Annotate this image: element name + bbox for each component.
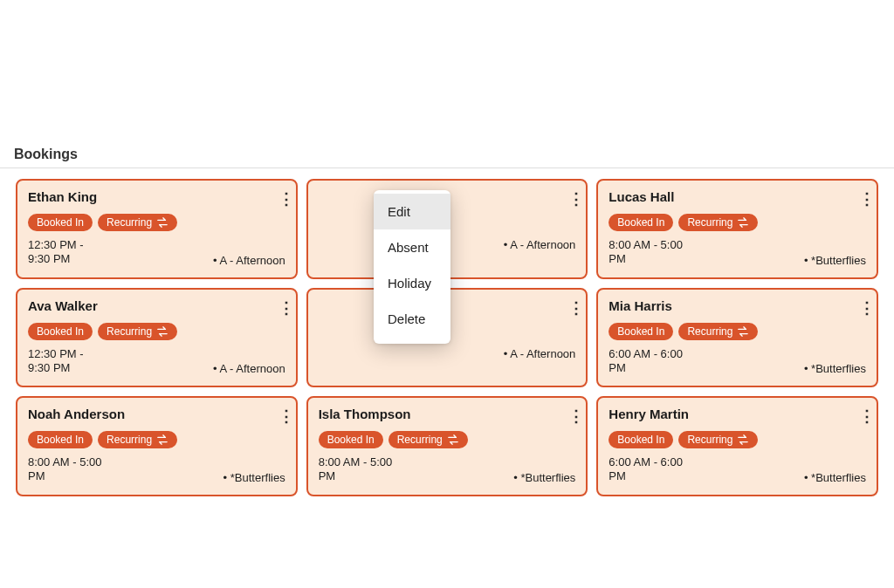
booking-time: 8:00 AM - 5:00 PM [28,455,107,484]
booking-room: A - Afternoon [504,347,576,360]
more-vert-icon [568,300,572,316]
more-button[interactable] [275,298,285,318]
booked-in-badge[interactable]: Booked In [609,431,673,448]
booked-in-badge[interactable]: Booked In [319,431,383,448]
more-vert-icon [568,408,572,424]
menu-item-delete[interactable]: Delete [374,301,450,337]
booking-name: Henry Martin [609,407,689,421]
booking-room: *Butterflies [513,471,575,484]
booking-time: 6:00 AM - 6:00 PM [609,347,687,376]
booking-card: Ethan King Booked In Recurring 12:30 PM … [16,179,298,279]
more-vert-icon [859,408,863,424]
booking-name: Noah Anderson [28,407,125,421]
more-button[interactable] [565,407,575,426]
badge-label: Recurring [107,216,152,229]
badge-label: Recurring [397,434,443,446]
more-button[interactable] [565,189,575,209]
booking-name: Lucas Hall [609,189,674,204]
booking-room: *Butterflies [804,362,866,375]
booking-time: 12:30 PM - 9:30 PM [28,347,107,376]
more-vert-icon [859,300,863,316]
booking-room: *Butterflies [804,254,866,267]
booking-card: Lucas Hall Booked In Recurring 8:00 AM -… [596,179,878,279]
booked-in-badge[interactable]: Booked In [609,214,673,231]
booking-name: Ava Walker [28,298,98,313]
booking-name: Ethan King [28,189,97,204]
recurring-badge[interactable]: Recurring [98,431,177,448]
recurring-badge[interactable]: Recurring [678,431,758,448]
booking-time: 8:00 AM - 5:00 PM [319,455,397,484]
more-button[interactable] [275,407,285,426]
more-button[interactable] [856,189,866,209]
booking-time: 12:30 PM - 9:30 PM [28,238,107,267]
recurring-badge[interactable]: Recurring [678,214,758,231]
recurring-icon [156,217,168,228]
badge-label: Recurring [107,325,152,338]
badge-label: Booked In [617,325,664,338]
recurring-icon [156,434,168,445]
menu-item-edit[interactable]: Edit [374,194,450,229]
booking-card: Ava Walker Booked In Recurring 12:30 PM … [16,288,298,388]
badge-label: Booked In [327,434,375,446]
badge-label: Booked In [37,325,84,338]
badge-label: Booked In [617,216,664,229]
recurring-icon [737,326,749,337]
recurring-badge[interactable]: Recurring [389,431,468,448]
recurring-icon [447,434,459,445]
booking-name: Mia Harris [609,298,672,313]
booked-in-badge[interactable]: Booked In [28,431,93,448]
booked-in-badge[interactable]: Booked In [609,323,673,340]
more-button[interactable] [856,407,866,426]
recurring-icon [156,326,168,337]
section-title: Bookings [0,147,894,168]
booking-time: 8:00 AM - 5:00 PM [609,238,687,267]
more-vert-icon [279,191,282,207]
booking-card: Mia Harris Booked In Recurring 6:00 AM -… [596,288,878,388]
badge-label: Booked In [37,434,84,446]
booking-room: *Butterflies [224,471,285,484]
more-button[interactable] [856,298,866,318]
context-menu: Edit Absent Holiday Delete [374,190,450,344]
booking-card: Isla Thompson Booked In Recurring 8:00 A… [306,396,588,496]
recurring-badge[interactable]: Recurring [98,323,177,340]
badge-label: Recurring [687,325,732,338]
recurring-icon [737,434,749,445]
booking-room: A - Afternoon [213,362,285,375]
more-vert-icon [279,408,282,424]
more-vert-icon [568,191,572,207]
booking-card: Henry Martin Booked In Recurring 6:00 AM… [596,396,878,496]
recurring-icon [737,217,749,228]
more-vert-icon [859,191,863,207]
booking-room: A - Afternoon [504,238,576,251]
badge-label: Recurring [687,434,732,446]
booked-in-badge[interactable]: Booked In [28,323,93,340]
badge-label: Booked In [617,434,664,446]
more-vert-icon [279,300,282,316]
booked-in-badge[interactable]: Booked In [28,214,93,231]
badge-label: Booked In [37,216,84,229]
badge-label: Recurring [107,434,152,446]
recurring-badge[interactable]: Recurring [678,323,758,340]
booking-room: A - Afternoon [213,254,285,267]
more-button[interactable] [275,189,285,209]
booking-card: Noah Anderson Booked In Recurring 8:00 A… [16,396,298,496]
menu-item-absent[interactable]: Absent [374,229,450,265]
menu-item-holiday[interactable]: Holiday [374,265,450,301]
badge-label: Recurring [687,216,732,229]
booking-time: 6:00 AM - 6:00 PM [609,455,687,484]
recurring-badge[interactable]: Recurring [98,214,177,231]
more-button[interactable] [565,298,575,318]
booking-name: Isla Thompson [319,407,411,421]
booking-room: *Butterflies [804,471,866,484]
